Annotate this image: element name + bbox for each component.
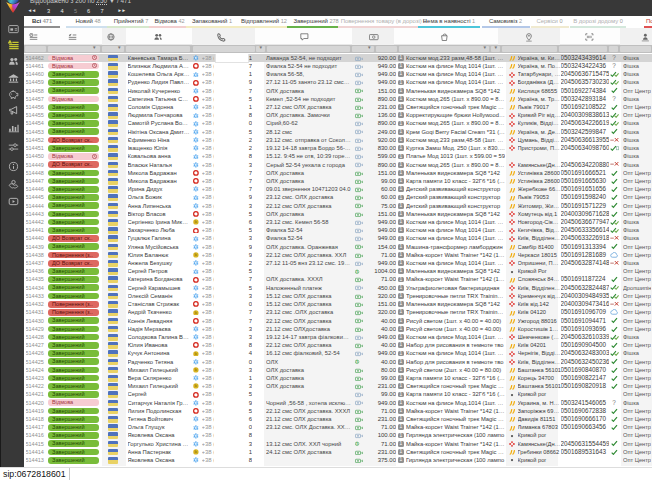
svg-text:lc: lc xyxy=(195,220,198,224)
svg-text:lc: lc xyxy=(195,311,198,315)
svg-text:lc: lc xyxy=(195,368,198,372)
svg-text:lc: lc xyxy=(195,450,198,454)
svg-text:lc: lc xyxy=(195,352,198,356)
svg-text:lc: lc xyxy=(195,253,198,257)
svg-text:lc: lc xyxy=(195,385,198,389)
